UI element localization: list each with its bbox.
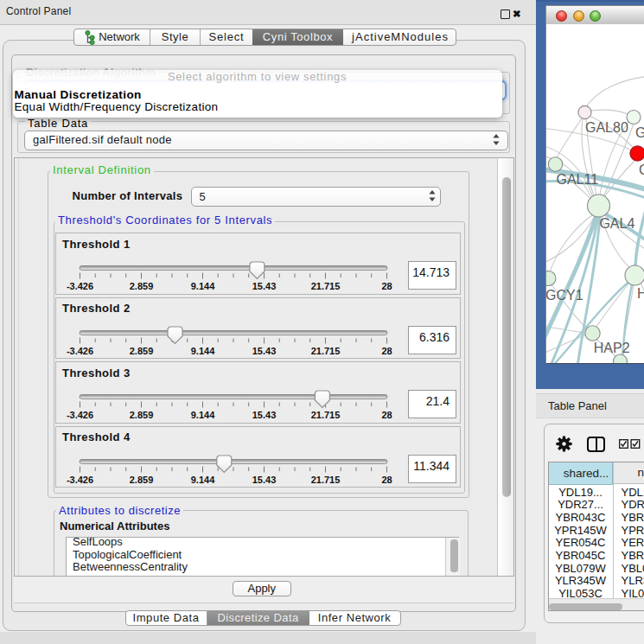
svg-text:HAP2: HAP2	[594, 341, 630, 355]
svg-text:-3.426: -3.426	[66, 281, 92, 291]
svg-text:GAL11: GAL11	[557, 172, 599, 187]
svg-text:C: C	[639, 163, 644, 177]
svg-text:2.859: 2.859	[129, 281, 153, 291]
svg-text:GAL4: GAL4	[599, 216, 634, 231]
svg-text:15.43: 15.43	[252, 281, 276, 291]
svg-text:9.144: 9.144	[190, 281, 214, 291]
svg-text:GA: GA	[635, 125, 644, 140]
svg-text:H: H	[637, 286, 644, 301]
svg-text:GAL80: GAL80	[585, 120, 628, 135]
svg-text:28: 28	[381, 281, 392, 291]
svg-text:GCY1: GCY1	[546, 288, 583, 303]
svg-text:21.715: 21.715	[310, 281, 340, 291]
